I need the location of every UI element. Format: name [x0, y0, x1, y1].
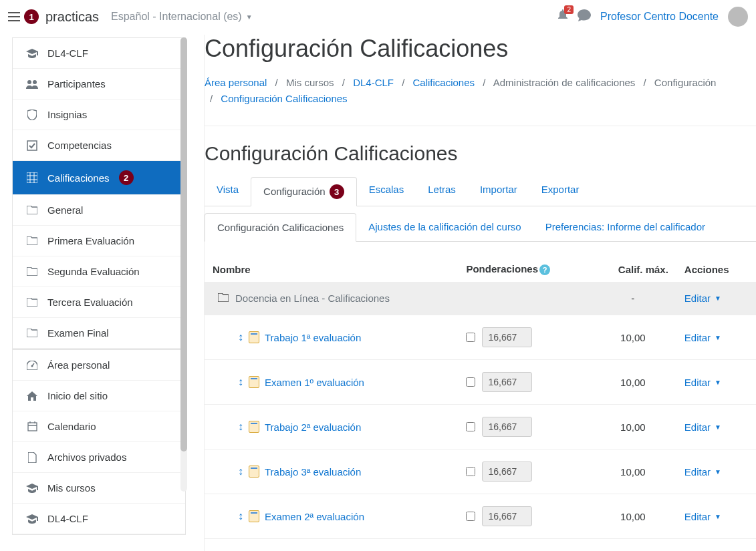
folder-icon	[26, 267, 38, 276]
grade-item-link[interactable]: Examen 2ª evaluación	[265, 511, 364, 522]
grade-item: ↕Examen 2ª evaluación	[213, 510, 450, 522]
move-icon[interactable]: ↕	[238, 376, 243, 388]
user-menu[interactable]: Profesor Centro Docente	[600, 11, 719, 23]
tab-letras[interactable]: Letras	[416, 177, 468, 206]
weight-input[interactable]	[482, 506, 532, 526]
edit-item-link[interactable]: Editar ▼	[684, 466, 721, 478]
grade-item-link[interactable]: Trabajo 1ª evaluación	[265, 332, 361, 343]
grade-item-link[interactable]: Trabajo 3ª evaluación	[265, 466, 361, 478]
sidebar-item-label: Tercera Evaluación	[47, 297, 133, 308]
edit-item-link[interactable]: Editar ▼	[684, 511, 721, 522]
tab-configuración[interactable]: Configuración3	[251, 177, 357, 206]
folder-icon	[26, 206, 38, 214]
file-icon	[26, 452, 38, 463]
edit-category-link[interactable]: Editar ▼	[684, 293, 721, 304]
sidebar-item-inicio-del-sitio[interactable]: Inicio del sitio	[13, 381, 185, 411]
tab-exportar[interactable]: Exportar	[529, 177, 592, 206]
weight-override-checkbox[interactable]	[466, 377, 475, 387]
category-grade: -	[590, 282, 676, 315]
site-brand[interactable]: practicas	[45, 9, 99, 25]
messages-icon[interactable]	[578, 9, 591, 25]
grade-item: ↕Trabajo 2ª evaluación	[213, 421, 450, 433]
breadcrumb-admin: Administración de calificaciones	[493, 77, 636, 88]
sidebar-item-label: Calificaciones	[47, 172, 110, 184]
sidebar-item-examen-final[interactable]: Examen Final	[13, 318, 185, 349]
hamburger-menu-icon[interactable]	[8, 12, 20, 21]
move-icon[interactable]: ↕	[238, 510, 243, 522]
sidebar-item-label: Inicio del sitio	[47, 390, 108, 401]
tab-vista[interactable]: Vista	[205, 177, 251, 206]
sidebar-item-dl4-clf[interactable]: DL4-CLF	[13, 504, 185, 534]
breadcrumb-course[interactable]: DL4-CLF	[353, 77, 394, 88]
tab-label: Vista	[217, 184, 239, 195]
assignment-icon	[249, 376, 259, 388]
grade-item: ↕Trabajo 3ª evaluación	[213, 466, 450, 478]
language-selector[interactable]: Español - Internacional (es) ▼	[111, 11, 253, 23]
svg-rect-3	[27, 172, 37, 183]
weight-override-checkbox[interactable]	[466, 512, 475, 521]
notifications-icon[interactable]: 2	[557, 9, 568, 25]
sidebar-item-segunda-evaluación[interactable]: Segunda Evaluación	[13, 256, 185, 287]
tab-importar[interactable]: Importar	[468, 177, 529, 206]
grade-item-link[interactable]: Examen 1º evaluación	[265, 377, 364, 388]
sidebar-item-general[interactable]: General	[13, 195, 185, 226]
move-icon[interactable]: ↕	[238, 331, 243, 343]
sidebar-item-competencias[interactable]: Competencias	[13, 130, 185, 161]
sidebar-item-dl4-clf[interactable]: DL4-CLF	[13, 38, 185, 69]
col-acciones: Acciones	[676, 256, 756, 282]
calendar-icon	[26, 421, 38, 431]
weight-input[interactable]	[482, 372, 532, 392]
sidebar-item-participantes[interactable]: Participantes	[13, 69, 185, 100]
sidebar-item-calendario[interactable]: Calendario	[13, 411, 185, 442]
sidebar-item-área-personal[interactable]: Área personal	[13, 349, 185, 381]
svg-rect-5	[28, 423, 37, 431]
sidebar-item-insignias[interactable]: Insignias	[13, 100, 185, 130]
check-square-icon	[26, 140, 38, 151]
assignment-icon	[249, 466, 259, 478]
edit-item-link[interactable]: Editar ▼	[684, 421, 721, 433]
svg-point-1	[33, 80, 37, 84]
tab-escalas[interactable]: Escalas	[357, 177, 416, 206]
caret-down-icon: ▼	[715, 379, 721, 386]
user-avatar[interactable]	[728, 7, 748, 27]
help-icon[interactable]: ?	[539, 264, 550, 275]
folder-icon	[26, 298, 38, 307]
sidebar-item-tercera-evaluación[interactable]: Tercera Evaluación	[13, 287, 185, 318]
caret-down-icon: ▼	[715, 334, 721, 341]
sidebar-item-label: Segunda Evaluación	[47, 266, 140, 277]
subtab-2[interactable]: Preferencias: Informe del calificador	[533, 213, 717, 241]
sidebar-item-label: Examen Final	[47, 327, 109, 339]
sidebar-item-mis-cursos[interactable]: Mis cursos	[13, 473, 185, 504]
breadcrumb-area-personal[interactable]: Área personal	[205, 77, 267, 88]
grade-item-link[interactable]: Trabajo 2ª evaluación	[265, 421, 361, 433]
weight-input[interactable]	[482, 327, 532, 347]
weight-input[interactable]	[482, 417, 532, 437]
users-icon	[26, 79, 38, 89]
move-icon[interactable]: ↕	[238, 421, 243, 433]
graduation-icon	[26, 484, 38, 493]
sidebar-item-calificaciones[interactable]: Calificaciones2	[13, 161, 185, 195]
sidebar-item-primera-evaluación[interactable]: Primera Evaluación	[13, 226, 185, 256]
weight-override-checkbox[interactable]	[466, 422, 475, 431]
breadcrumb-config: Configuración	[654, 77, 717, 88]
breadcrumb: Área personal / Mis cursos / DL4-CLF / C…	[205, 75, 756, 107]
edit-item-link[interactable]: Editar ▼	[684, 377, 721, 388]
edit-item-link[interactable]: Editar ▼	[684, 332, 721, 343]
sidebar-scrollbar[interactable]	[180, 37, 187, 492]
caret-down-icon: ▼	[715, 423, 721, 431]
col-ponderaciones: Ponderaciones?	[458, 256, 589, 282]
sidebar-item-archivos-privados[interactable]: Archivos privados	[13, 442, 185, 473]
move-icon[interactable]: ↕	[238, 466, 243, 478]
weight-override-checkbox[interactable]	[466, 467, 475, 476]
assignment-icon	[249, 510, 259, 522]
max-grade: 10,00	[590, 405, 676, 449]
subtab-0[interactable]: Configuración Calificaciones	[205, 213, 356, 242]
language-label: Español - Internacional (es)	[111, 11, 242, 23]
breadcrumb-current[interactable]: Configuración Calificaciones	[221, 93, 347, 104]
subtab-1[interactable]: Ajustes de la calificación del curso	[356, 213, 533, 241]
weight-override-checkbox[interactable]	[466, 333, 475, 342]
notification-count: 2	[564, 5, 574, 14]
weight-input[interactable]	[482, 462, 532, 482]
max-grade: 10,00	[590, 539, 676, 552]
breadcrumb-calificaciones[interactable]: Calificaciones	[413, 77, 475, 88]
